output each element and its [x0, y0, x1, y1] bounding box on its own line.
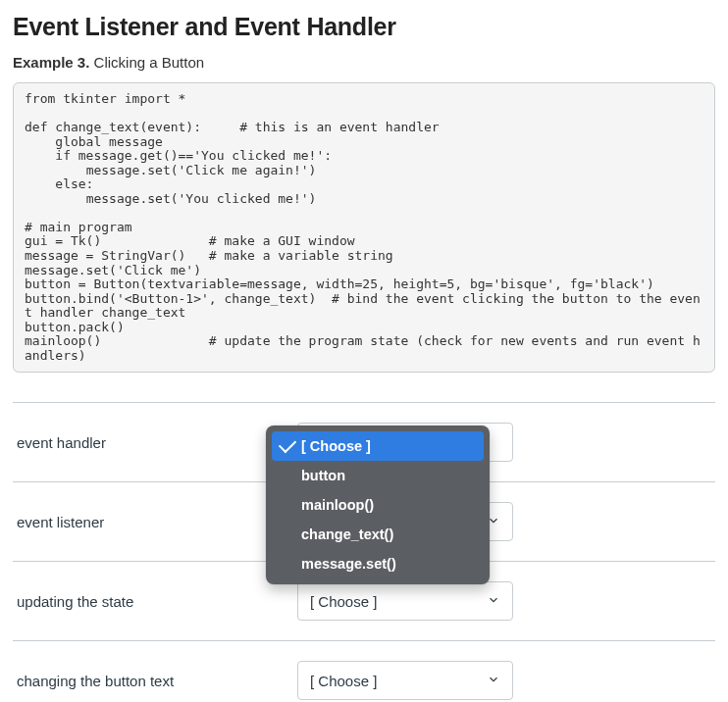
select-value: [ Choose ] [310, 593, 377, 610]
code-block: from tkinter import * def change_text(ev… [13, 82, 715, 373]
select-updating-state[interactable]: [ Choose ] [297, 581, 513, 621]
dropdown-option-button[interactable]: button [272, 461, 484, 490]
example-label: Example 3. [13, 54, 89, 71]
row-label: updating the state [17, 593, 282, 610]
dropdown-option-message-set[interactable]: message.set() [272, 549, 484, 578]
dropdown-option-placeholder[interactable]: [ Choose ] [272, 431, 484, 461]
dropdown-option-change-text[interactable]: change_text() [272, 520, 484, 549]
row-label: event listener [17, 514, 282, 530]
chevron-down-icon [487, 673, 500, 689]
example-text: Clicking a Button [94, 54, 205, 71]
select-value: [ Choose ] [310, 673, 377, 689]
dropdown-option-mainloop[interactable]: mainloop() [272, 490, 484, 520]
row-label: changing the button text [17, 673, 282, 689]
chevron-down-icon [487, 593, 500, 610]
dropdown-menu[interactable]: [ Choose ] button mainloop() change_text… [266, 426, 490, 584]
select-changing-text[interactable]: [ Choose ] [297, 661, 513, 700]
page-title: Event Listener and Event Handler [13, 13, 715, 41]
match-row-changing-text: changing the button text [ Choose ] [13, 641, 715, 702]
row-label: event handler [17, 434, 282, 451]
example-heading: Example 3. Clicking a Button [13, 54, 715, 71]
